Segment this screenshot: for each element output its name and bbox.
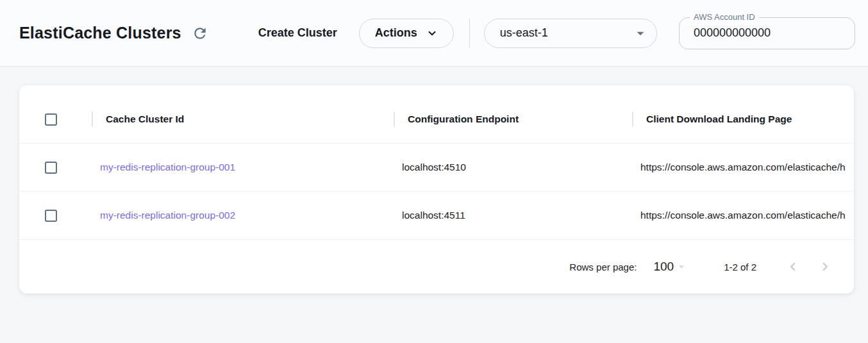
aws-account-id-input[interactable] xyxy=(680,18,855,49)
aws-account-id-field: AWS Account ID xyxy=(679,17,855,49)
cell-configuration-endpoint: localhost:4510 xyxy=(394,162,632,173)
column-header-cache-cluster-id[interactable]: Cache Cluster Id xyxy=(92,96,394,143)
table-row: my-redis-replication-group-001 localhost… xyxy=(19,144,854,192)
cell-configuration-endpoint: localhost:4511 xyxy=(394,210,632,221)
arrow-dropdown-icon xyxy=(675,260,688,273)
refresh-button[interactable] xyxy=(190,24,210,43)
column-header-label: Configuration Endpoint xyxy=(408,113,519,125)
clusters-table-card: Cache Cluster Id Configuration Endpoint … xyxy=(19,85,854,294)
row-checkbox[interactable] xyxy=(45,162,57,174)
page-title: ElastiCache Clusters xyxy=(19,24,181,42)
refresh-icon xyxy=(192,25,208,42)
column-separator xyxy=(92,112,93,127)
chevron-right-icon xyxy=(817,258,833,275)
cluster-id-link[interactable]: my-redis-replication-group-001 xyxy=(100,162,235,172)
next-page-button[interactable] xyxy=(817,258,833,275)
row-checkbox-cell xyxy=(19,162,92,174)
column-header-label: Client Download Landing Page xyxy=(646,113,792,125)
arrow-dropdown-icon xyxy=(632,25,649,42)
region-select[interactable]: us-east-1 xyxy=(484,19,657,48)
cell-cache-cluster-id: my-redis-replication-group-002 xyxy=(92,210,394,221)
column-separator xyxy=(394,112,395,127)
table-pagination: Rows per page: 100 1-2 of 2 xyxy=(19,240,854,294)
column-separator xyxy=(632,112,633,127)
select-all-cell xyxy=(19,113,92,126)
elasticache-clusters-page: ElastiCache Clusters Create Cluster Acti… xyxy=(0,0,868,294)
cell-client-download-landing-page: https://console.aws.amazon.com/elasticac… xyxy=(632,162,854,173)
row-checkbox-cell xyxy=(19,210,92,222)
previous-page-button[interactable] xyxy=(785,258,801,275)
cell-client-download-landing-page: https://console.aws.amazon.com/elasticac… xyxy=(632,210,854,221)
column-header-client-download-landing-page[interactable]: Client Download Landing Page xyxy=(632,96,854,143)
main-content: Cache Cluster Id Configuration Endpoint … xyxy=(0,85,868,294)
chevron-down-icon xyxy=(426,28,438,39)
pagination-range: 1-2 of 2 xyxy=(724,262,756,272)
create-cluster-button[interactable]: Create Cluster xyxy=(256,21,340,45)
select-all-checkbox[interactable] xyxy=(45,113,57,126)
row-checkbox[interactable] xyxy=(45,210,57,222)
cluster-id-link[interactable]: my-redis-replication-group-002 xyxy=(100,210,235,221)
column-header-label: Cache Cluster Id xyxy=(106,113,184,125)
rows-per-page-value: 100 xyxy=(653,260,674,274)
cell-cache-cluster-id: my-redis-replication-group-001 xyxy=(92,162,394,173)
actions-button-label: Actions xyxy=(375,26,417,40)
rows-per-page-select[interactable]: 100 xyxy=(653,260,688,274)
region-select-value: us-east-1 xyxy=(500,26,548,40)
aws-account-id-label: AWS Account ID xyxy=(690,12,759,22)
table-row: my-redis-replication-group-002 localhost… xyxy=(19,192,854,240)
table-header-row: Cache Cluster Id Configuration Endpoint … xyxy=(19,96,854,144)
header-bar: ElastiCache Clusters Create Cluster Acti… xyxy=(0,0,868,67)
column-header-configuration-endpoint[interactable]: Configuration Endpoint xyxy=(394,96,632,143)
actions-button[interactable]: Actions xyxy=(359,19,454,48)
rows-per-page-label: Rows per page: xyxy=(569,262,637,272)
chevron-left-icon xyxy=(785,258,801,275)
header-divider xyxy=(469,19,470,47)
title-group: ElastiCache Clusters xyxy=(19,24,210,43)
